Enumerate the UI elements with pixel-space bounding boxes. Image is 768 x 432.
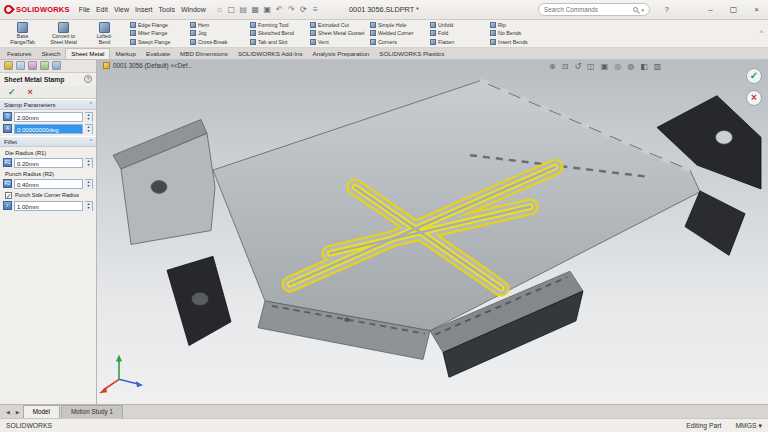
die-radius-stepper[interactable]: ▴▾ <box>85 158 93 168</box>
ribbon-item-edge-flange[interactable]: Edge Flange <box>130 21 187 29</box>
units-dropdown[interactable]: MMGS ▾ <box>735 422 762 430</box>
home-icon[interactable]: ⌂ <box>214 0 225 19</box>
group-fillet[interactable]: Fillet ^ <box>0 136 96 147</box>
bottom-left-flange-hole[interactable] <box>192 293 208 305</box>
search-input[interactable] <box>544 6 630 13</box>
left-flange-hole[interactable] <box>151 180 167 193</box>
menu-tools[interactable]: Tools <box>156 0 178 19</box>
menu-window[interactable]: Window <box>178 0 209 19</box>
ribbon-item-rip[interactable]: Rip <box>490 21 547 29</box>
view-orientation-icon[interactable]: ▣ <box>601 61 609 72</box>
corner-radius-input[interactable]: 1.00mm <box>14 201 83 211</box>
ribbon-item-unfold[interactable]: Unfold <box>430 21 487 29</box>
ribbon-item-no-bends[interactable]: No Bends <box>490 29 547 37</box>
undo-icon[interactable]: ↶ <box>274 0 285 19</box>
top-right-flange-hole[interactable] <box>716 130 733 144</box>
small-hole[interactable] <box>345 318 350 322</box>
ribbon-item-tab-and-slot[interactable]: Tab and Slot <box>250 38 307 46</box>
tab-solidworks-plastics[interactable]: SOLIDWORKS Plastics <box>374 49 449 59</box>
ribbon-item-jog[interactable]: Jog <box>190 29 247 37</box>
menu-edit[interactable]: Edit <box>93 0 111 19</box>
punch-side-corner-radius-checkbox[interactable]: ✓ Punch Side Corner Radius <box>5 192 93 199</box>
tab-mbd-dimensions[interactable]: MBD Dimensions <box>175 49 233 59</box>
new-icon[interactable]: ▢ <box>226 0 237 19</box>
save-icon[interactable]: ▦ <box>250 0 261 19</box>
hide-show-icon[interactable]: ◍ <box>627 61 634 72</box>
graphics-area[interactable]: 0001 3056 (Default) <<Def... ⊕ ⊡ ↺ ◫ ▣ ◎… <box>97 60 768 404</box>
appearance-icon[interactable]: ◧ <box>640 61 648 72</box>
corner-radius-stepper[interactable]: ▴▾ <box>85 201 93 211</box>
tab-scroll-left-icon[interactable]: ◀ <box>3 406 13 418</box>
help-icon[interactable]: ? <box>665 0 669 20</box>
ribbon-item-sheet-metal-gusset[interactable]: Sheet Metal Gusset <box>310 29 367 37</box>
propertymanager-icon[interactable] <box>16 61 25 70</box>
open-icon[interactable]: ▤ <box>238 0 249 19</box>
pm-ok-button[interactable]: ✓ <box>8 87 16 97</box>
group-stamp-parameters[interactable]: Stamp Parameters ^ <box>0 99 96 110</box>
tab-sheet-metal[interactable]: Sheet Metal <box>65 48 110 59</box>
ribbon-item-cross-break[interactable]: Cross-Break <box>190 38 247 46</box>
search-icon[interactable] <box>633 7 638 12</box>
ribbon-item-flatten[interactable]: Flatten <box>430 38 487 46</box>
search-chevron-icon[interactable]: ▾ <box>641 7 644 13</box>
redo-icon[interactable]: ↷ <box>286 0 297 19</box>
pm-cancel-button[interactable]: × <box>28 87 33 97</box>
ribbon-item-hem[interactable]: Hem <box>190 21 247 29</box>
section-view-icon[interactable]: ◫ <box>587 61 595 72</box>
tab-scroll-right-icon[interactable]: ▶ <box>13 406 23 418</box>
previous-view-icon[interactable]: ↺ <box>574 61 581 72</box>
ribbon-item-simple-hole[interactable]: Simple Hole <box>370 21 427 29</box>
menu-view[interactable]: View <box>111 0 132 19</box>
depth-stepper[interactable]: ▴▾ <box>85 112 93 122</box>
dimxpertmanager-icon[interactable] <box>40 61 49 70</box>
confirm-cancel-button[interactable]: × <box>746 90 762 106</box>
breadcrumb[interactable]: 0001 3056 (Default) <<Def... <box>103 62 193 69</box>
angle-input[interactable]: 0.00000000deg <box>14 124 83 134</box>
ribbon-item-welded-corner[interactable]: Welded Corner <box>370 29 427 37</box>
scene-icon[interactable]: ▥ <box>654 61 662 72</box>
punch-radius-input[interactable]: 0.40mm <box>14 179 83 189</box>
ribbon-item-miter-flange[interactable]: Miter Flange <box>130 29 187 37</box>
tab-features[interactable]: Features <box>2 49 36 59</box>
depth-input[interactable]: 2.00mm <box>14 112 83 122</box>
die-radius-input[interactable]: 0.20mm <box>14 158 83 168</box>
menu-insert[interactable]: Insert <box>132 0 156 19</box>
ribbon-item-forming-tool[interactable]: Forming Tool <box>250 21 307 29</box>
configurationmanager-icon[interactable] <box>28 61 37 70</box>
angle-stepper[interactable]: ▴▾ <box>85 124 93 134</box>
close-button[interactable]: × <box>745 0 768 20</box>
ribbon-item-insert-bends[interactable]: Insert Bends <box>490 38 547 46</box>
ribbon-item-corners[interactable]: Corners <box>370 38 427 46</box>
zoom-fit-icon[interactable]: ⊕ <box>549 61 556 72</box>
options-icon[interactable]: ≡ <box>310 0 321 19</box>
tab-model[interactable]: Model <box>23 405 60 418</box>
punch-radius-stepper[interactable]: ▴▾ <box>85 179 93 189</box>
tab-analysis-preparation[interactable]: Analysis Preparation <box>308 49 375 59</box>
displaymanager-icon[interactable] <box>52 61 61 70</box>
menu-file[interactable]: File <box>76 0 93 19</box>
display-style-icon[interactable]: ◎ <box>614 61 621 72</box>
tab-motion-study-1[interactable]: Motion Study 1 <box>61 405 123 418</box>
confirm-ok-button[interactable]: ✓ <box>746 68 762 84</box>
minimize-button[interactable]: – <box>699 0 722 20</box>
ribbon-item-swept-flange[interactable]: Swept Flange <box>130 38 187 46</box>
tab-solidworks-add-ins[interactable]: SOLIDWORKS Add-Ins <box>233 49 308 59</box>
pm-help-icon[interactable]: ? <box>84 75 92 83</box>
tab-markup[interactable]: Markup <box>110 49 141 59</box>
ribbon-collapse-icon[interactable]: ^ <box>760 29 763 36</box>
print-icon[interactable]: ▣ <box>262 0 273 19</box>
ribbon-item-extruded-cut[interactable]: Extruded Cut <box>310 21 367 29</box>
ribbon-item-sketched-bend[interactable]: Sketched Bend <box>250 29 307 37</box>
tab-evaluate[interactable]: Evaluate <box>141 49 175 59</box>
base-flange-button[interactable]: Base Flange/Tab <box>2 21 43 46</box>
tab-sketch[interactable]: Sketch <box>36 49 65 59</box>
right-flange[interactable] <box>685 191 745 255</box>
checkbox-checked-icon[interactable]: ✓ <box>5 192 12 199</box>
maximize-button[interactable]: ▢ <box>722 0 745 20</box>
ribbon-item-fold[interactable]: Fold <box>430 29 487 37</box>
zoom-area-icon[interactable]: ⊡ <box>562 61 569 72</box>
featuremanager-tree-icon[interactable] <box>4 61 13 70</box>
lofted-bend-button[interactable]: Lofted- Bend <box>84 21 125 46</box>
ribbon-item-vent[interactable]: Vent <box>310 38 367 46</box>
convert-to-sheet-metal-button[interactable]: Convert to Sheet Metal <box>43 21 84 46</box>
